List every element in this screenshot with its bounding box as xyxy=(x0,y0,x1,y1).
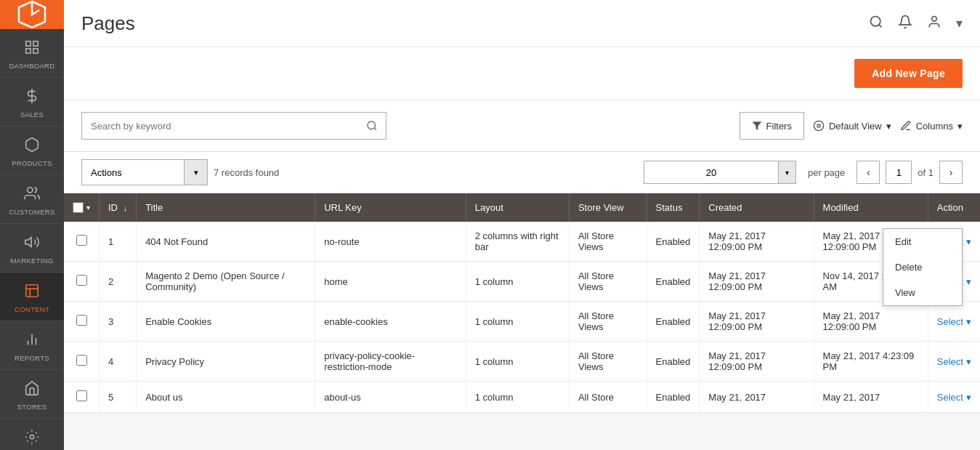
row-title-1: Magento 2 Demo (Open Source / Community) xyxy=(137,262,315,302)
content-icon xyxy=(24,283,40,302)
row-created-2: May 21, 2017 12:09:00 PM xyxy=(700,302,814,342)
per-page-input[interactable] xyxy=(644,161,778,183)
sidebar-label-stores: STORES xyxy=(17,403,47,411)
th-url-key: URL Key xyxy=(315,193,466,222)
sidebar-label-dashboard: DASHBOARD xyxy=(9,62,55,70)
row-url-key-3: privacy-policy-cookie-restriction-mode xyxy=(315,342,466,382)
row-action-3: Select ▾ xyxy=(928,342,980,382)
next-page-button[interactable]: › xyxy=(939,161,963,184)
sidebar-item-stores[interactable]: STORES xyxy=(0,370,64,419)
row-url-key-1: home xyxy=(315,262,466,302)
default-view-control[interactable]: Default View ▾ xyxy=(813,120,891,132)
row-layout-2: 1 column xyxy=(466,302,569,342)
sidebar-item-sales[interactable]: SALES xyxy=(0,78,64,126)
svg-point-22 xyxy=(814,121,823,130)
row-store-view-0: All Store Views xyxy=(569,222,647,262)
search-icon[interactable] xyxy=(869,15,883,33)
row-created-1: May 21, 2017 12:09:00 PM xyxy=(700,262,814,302)
th-id[interactable]: ID ↓ xyxy=(100,193,137,222)
row-created-0: May 21, 2017 12:09:00 PM xyxy=(700,222,814,262)
filters-label: Filters xyxy=(766,121,792,132)
sidebar: DASHBOARD SALES PRODUCTS CUSTOMERS MARKE… xyxy=(0,0,64,450)
columns-label: Columns xyxy=(916,121,953,132)
sidebar-label-content: CONTENT xyxy=(15,305,49,313)
dropdown-delete[interactable]: Delete xyxy=(883,254,962,280)
row-checkbox-cell xyxy=(64,222,100,262)
table-row: 2 Magento 2 Demo (Open Source / Communit… xyxy=(64,262,980,302)
filters-button[interactable]: Filters xyxy=(740,112,804,140)
current-page-input[interactable] xyxy=(886,161,912,184)
row-store-view-3: All Store Views xyxy=(569,342,647,382)
row-url-key-0: no-route xyxy=(315,222,466,262)
th-id-label: ID xyxy=(108,202,118,213)
table-row: 3 Enable Cookies enable-cookies 1 column… xyxy=(64,302,980,342)
row-id-0: 1 xyxy=(100,222,137,262)
actions-select[interactable]: Actions Delete Disable Enable xyxy=(82,160,184,185)
table-row: 5 About us about-us 1 column All Store E… xyxy=(64,382,980,413)
sidebar-item-content[interactable]: CONTENT xyxy=(0,273,64,321)
svg-point-15 xyxy=(871,16,880,25)
svg-point-14 xyxy=(30,435,34,439)
search-button[interactable] xyxy=(358,113,386,139)
row-url-key-4: about-us xyxy=(315,382,466,413)
per-page-caret-icon[interactable]: ▾ xyxy=(778,161,795,183)
row-modified-2: May 21, 2017 12:09:00 PM xyxy=(814,302,928,342)
sidebar-item-dashboard[interactable]: DASHBOARD xyxy=(0,29,64,78)
sales-icon xyxy=(24,88,40,108)
marketing-icon xyxy=(24,234,40,254)
add-new-page-button[interactable]: Add New Page xyxy=(854,59,963,88)
actions-caret-icon[interactable]: ▾ xyxy=(184,160,207,185)
header-dropdown-icon[interactable]: ▾ xyxy=(956,15,963,31)
row-checkbox-3[interactable] xyxy=(76,355,87,366)
sidebar-item-marketing[interactable]: MARKETING xyxy=(0,224,64,273)
sidebar-label-products: PRODUCTS xyxy=(12,159,52,167)
row-id-4: 5 xyxy=(100,382,137,413)
row-checkbox-4[interactable] xyxy=(76,390,87,401)
row-checkbox-2[interactable] xyxy=(76,315,87,326)
columns-caret: ▾ xyxy=(957,121,963,132)
search-input[interactable] xyxy=(82,121,358,132)
svg-point-17 xyxy=(932,16,937,21)
row-status-1: Enabled xyxy=(647,262,700,302)
sidebar-item-products[interactable]: PRODUCTS xyxy=(0,126,64,175)
action-bar: Add New Page xyxy=(64,47,980,100)
svg-marker-7 xyxy=(25,238,31,247)
row-title-3: Privacy Policy xyxy=(137,342,315,382)
stores-icon xyxy=(24,380,40,400)
dropdown-edit[interactable]: Edit xyxy=(883,229,962,254)
row-action-4: Select ▾ xyxy=(928,382,980,413)
svg-rect-3 xyxy=(26,49,31,53)
select-all-caret[interactable]: ▾ xyxy=(86,204,90,212)
per-page-wrapper: ▾ xyxy=(644,161,796,184)
row-checkbox-1[interactable] xyxy=(76,275,87,286)
sidebar-item-customers[interactable]: CUSTOMERS xyxy=(0,175,64,224)
row-action-link-2[interactable]: Select ▾ xyxy=(937,316,971,327)
row-id-2: 3 xyxy=(100,302,137,342)
row-action-2: Select ▾ xyxy=(928,302,980,342)
row-action-link-4[interactable]: Select ▾ xyxy=(937,392,971,403)
customers-icon xyxy=(24,185,40,205)
row-url-key-2: enable-cookies xyxy=(315,302,466,342)
sidebar-item-reports[interactable]: REPORTS xyxy=(0,321,64,370)
sidebar-label-reports: REPORTS xyxy=(15,354,49,362)
th-action: Action xyxy=(928,193,980,222)
th-modified: Modified xyxy=(814,193,928,222)
row-checkbox-cell xyxy=(64,262,100,302)
row-status-4: Enabled xyxy=(647,382,700,413)
pages-table: ▾ ID ↓ Title URL Key Layout Store View S… xyxy=(64,193,980,413)
bell-icon[interactable] xyxy=(898,15,912,33)
logo[interactable] xyxy=(0,0,64,29)
row-status-0: Enabled xyxy=(647,222,700,262)
dropdown-view[interactable]: View xyxy=(883,280,962,305)
row-status-2: Enabled xyxy=(647,302,700,342)
row-checkbox-0[interactable] xyxy=(76,235,87,246)
prev-page-button[interactable]: ‹ xyxy=(857,161,880,184)
columns-control[interactable]: Columns ▾ xyxy=(900,120,963,132)
select-all-checkbox[interactable] xyxy=(73,202,84,213)
svg-line-16 xyxy=(879,24,882,27)
sidebar-item-system[interactable]: SYSTEM xyxy=(0,419,64,450)
row-action-link-3[interactable]: Select ▾ xyxy=(937,356,971,367)
select-link-caret-1: ▾ xyxy=(966,276,971,287)
action-dropdown-menu: Edit Delete View xyxy=(883,228,963,306)
user-icon[interactable] xyxy=(927,15,941,33)
